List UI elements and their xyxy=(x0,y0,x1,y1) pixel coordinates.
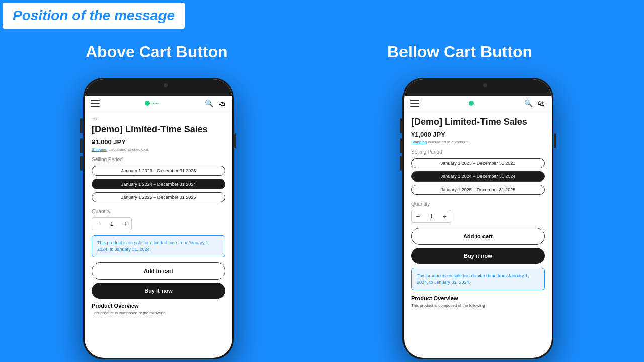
product-overview-text-left: This product is composed of the followin… xyxy=(92,311,225,315)
product-title-left: [Demo] Limited-Time Sales xyxy=(92,124,225,135)
shipping-link-left[interactable]: Shipping xyxy=(92,147,107,152)
qty-value-right: 1 xyxy=(424,213,439,219)
brand-dot xyxy=(145,101,150,106)
side-button-mute xyxy=(80,118,83,133)
qty-increase-right[interactable]: + xyxy=(439,210,451,222)
variant-2024-right[interactable]: January 1 2024 – December 31 2024 xyxy=(411,171,545,182)
page-title: Position of the message xyxy=(13,8,175,24)
phone-right: 🔍 🛍 [Demo] Limited-Time Sales ¥1,000 JPY… xyxy=(403,78,553,359)
hamburger-icon-right[interactable] xyxy=(410,99,419,108)
cart-icon-right[interactable]: 🛍 xyxy=(537,99,546,108)
cart-icon[interactable]: 🛍 xyxy=(217,99,226,108)
qty-decrease-right[interactable]: − xyxy=(412,210,424,222)
phone-left: ····· 🔍 🛍 ··· / [Demo] Limited-Time Sale… xyxy=(83,78,234,359)
phone-navbar-left: ····· 🔍 🛍 xyxy=(85,96,232,111)
phone-top-bar-right xyxy=(404,79,552,96)
phone-top-bar-left xyxy=(85,79,232,96)
qty-value-left: 1 xyxy=(104,221,119,227)
qty-decrease-left[interactable]: − xyxy=(92,218,104,230)
variant-2025-right[interactable]: January 1 2025 – December 31 2025 xyxy=(411,185,545,195)
shipping-link-right[interactable]: Shipping xyxy=(411,140,427,144)
product-overview-title-right: Product Overview xyxy=(411,295,545,301)
selling-period-label-right: Selling Period xyxy=(411,149,545,155)
product-title-right: [Demo] Limited-Time Sales xyxy=(411,116,545,128)
product-overview-title-left: Product Overview xyxy=(92,303,225,309)
side-button-vol-up-right xyxy=(400,138,402,153)
side-button-vol-down xyxy=(80,156,83,171)
variant-2023-left[interactable]: January 1 2023 – December 31 2023 xyxy=(92,166,225,176)
above-cart-heading: Above Cart Button xyxy=(86,43,228,61)
qty-increase-left[interactable]: + xyxy=(119,218,131,230)
quantity-label-right: Quantity xyxy=(411,201,545,207)
nav-icons-right: 🔍 🛍 xyxy=(204,99,226,108)
search-icon[interactable]: 🔍 xyxy=(204,99,213,108)
shipping-text-right: Shipping calculated at checkout. xyxy=(411,140,545,144)
camera-dot-left xyxy=(164,83,168,87)
side-button-power xyxy=(234,133,236,148)
notch-left xyxy=(133,79,184,90)
product-price-right: ¥1,000 JPY xyxy=(411,131,545,138)
phone-navbar-right: 🔍 🛍 xyxy=(404,96,552,111)
phone-mockup-right: 🔍 🛍 [Demo] Limited-Time Sales ¥1,000 JPY… xyxy=(403,78,553,359)
notch-right xyxy=(453,79,503,90)
phone-mockup-left: ····· 🔍 🛍 ··· / [Demo] Limited-Time Sale… xyxy=(83,78,234,359)
header-badge: Position of the message xyxy=(3,3,185,29)
product-price-left: ¥1,000 JPY xyxy=(92,138,225,146)
below-cart-heading: Bellow Cart Button xyxy=(387,43,532,61)
variant-2024-left[interactable]: January 1 2024 – December 31 2024 xyxy=(92,179,225,189)
shipping-text-left: Shipping calculated at checkout. xyxy=(92,147,225,152)
buy-now-right[interactable]: Buy it now xyxy=(411,248,545,264)
breadcrumb-left: ··· / xyxy=(92,116,225,121)
side-button-mute-right xyxy=(400,118,402,133)
buy-now-left[interactable]: Buy it now xyxy=(92,283,225,299)
add-to-cart-right[interactable]: Add to cart xyxy=(411,228,545,245)
product-overview-text-right: This product is composed of the followin… xyxy=(411,303,545,308)
search-icon-right[interactable]: 🔍 xyxy=(524,99,533,108)
side-button-vol-up xyxy=(80,138,83,153)
side-button-vol-down-right xyxy=(400,156,402,171)
brand-name: ····· xyxy=(151,100,159,106)
hamburger-icon[interactable] xyxy=(91,99,100,108)
sale-message-left: This product is on sale for a limited ti… xyxy=(92,235,225,257)
camera-dot-right xyxy=(483,83,487,87)
add-to-cart-left[interactable]: Add to cart xyxy=(92,262,225,280)
nav-icons-right-right: 🔍 🛍 xyxy=(524,99,546,108)
quantity-label-left: Quantity xyxy=(92,209,225,214)
product-page-left: ··· / [Demo] Limited-Time Sales ¥1,000 J… xyxy=(85,111,232,320)
sale-message-right: This product is on sale for a limited ti… xyxy=(411,268,545,290)
brand-logo-right xyxy=(469,101,474,106)
brand-logo: ····· xyxy=(145,100,159,106)
selling-period-label-left: Selling Period xyxy=(92,157,225,162)
side-button-power-right xyxy=(554,133,556,148)
variant-2023-right[interactable]: January 1 2023 – December 31 2023 xyxy=(411,158,545,168)
variant-2025-left[interactable]: January 1 2025 – December 31 2025 xyxy=(92,192,225,202)
brand-dot-right xyxy=(469,101,474,106)
quantity-control-right: − 1 + xyxy=(411,210,451,223)
quantity-control-left: − 1 + xyxy=(92,217,132,230)
product-page-right: [Demo] Limited-Time Sales ¥1,000 JPY Shi… xyxy=(404,111,552,313)
